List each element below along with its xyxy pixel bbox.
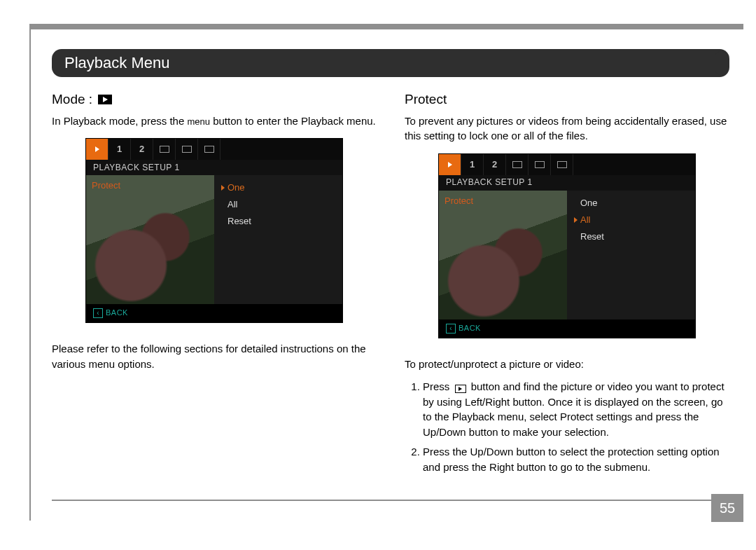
option-label: One	[580, 197, 598, 210]
option-label: All	[227, 198, 237, 212]
screen-body: Protect One All Reset	[439, 191, 695, 319]
screen-footer: ‹ BACK	[439, 319, 695, 338]
screen-left-label: Protect	[444, 195, 473, 206]
option-reset[interactable]: Reset	[221, 213, 335, 230]
screen-footer: ‹ BACK	[86, 304, 342, 322]
option-label: One	[227, 181, 245, 195]
screen-right-pane: One All Reset	[214, 175, 342, 304]
steps-list: Press button and find the picture or vid…	[405, 379, 729, 475]
mode-intro-b: button to enter the Playback menu.	[210, 115, 376, 127]
screen-tabs: 1 2	[86, 139, 342, 160]
tab-icon-c[interactable]	[198, 139, 220, 160]
back-key-icon[interactable]: ‹	[446, 324, 456, 334]
tab-playback-icon[interactable]	[86, 139, 108, 160]
option-one[interactable]: One	[221, 179, 335, 196]
screen-body: Protect One All Reset	[86, 175, 342, 304]
page-frame: Playback Menu Mode : In Playback mode, p…	[29, 24, 743, 521]
mode-heading: Mode :	[52, 90, 92, 109]
option-all[interactable]: All	[221, 196, 335, 213]
screen-left-label: Protect	[92, 180, 120, 191]
playback-icon	[98, 95, 112, 104]
back-label: BACK	[458, 323, 481, 334]
tab-icon-a[interactable]	[153, 139, 176, 160]
mode-note: Please refer to the following sections f…	[52, 341, 377, 372]
tab-playback-icon[interactable]	[439, 154, 461, 175]
option-label: All	[580, 214, 590, 227]
page-number: 55	[711, 494, 743, 522]
mode-intro-a: In Playback mode, press the	[52, 115, 187, 127]
column-protect: Protect To prevent any pictures or video…	[405, 90, 729, 479]
screen-left-pane: Protect	[439, 191, 567, 319]
option-one[interactable]: One	[574, 195, 688, 212]
camera-screen-one: 1 2 PLAYBACK SETUP 1 Protect One All Res…	[85, 138, 343, 323]
screen-right-pane: One All Reset	[567, 191, 695, 319]
back-key-icon[interactable]: ‹	[93, 308, 103, 318]
option-label: Reset	[227, 215, 251, 228]
tab-1[interactable]: 1	[108, 139, 131, 160]
tab-icon-a[interactable]	[506, 154, 528, 175]
tab-1[interactable]: 1	[461, 154, 484, 175]
playback-small-icon	[455, 385, 466, 393]
tab-icon-b[interactable]	[528, 154, 551, 175]
section-title-bar: Playback Menu	[52, 49, 729, 77]
option-reset[interactable]: Reset	[574, 228, 688, 245]
column-mode: Mode : In Playback mode, press the menu …	[52, 90, 377, 479]
mode-intro: In Playback mode, press the menu button …	[52, 114, 377, 129]
tab-2[interactable]: 2	[131, 139, 153, 160]
option-all[interactable]: All	[574, 212, 688, 228]
screen-left-pane: Protect	[86, 175, 214, 304]
menu-word: menu	[187, 116, 210, 127]
two-column-layout: Mode : In Playback mode, press the menu …	[52, 90, 729, 479]
tab-2[interactable]: 2	[484, 154, 506, 175]
tab-icon-c[interactable]	[551, 154, 573, 175]
step-1-b: button and find the picture or video you…	[423, 380, 724, 438]
protect-heading: Protect	[405, 90, 447, 109]
option-label: Reset	[580, 231, 604, 244]
protect-heading-row: Protect	[405, 90, 729, 109]
step-2: Press the Up/Down button to select the p…	[423, 444, 729, 475]
screen-tabs: 1 2	[439, 154, 695, 175]
step-1: Press button and find the picture or vid…	[423, 379, 729, 440]
steps-lead: To protect/unprotect a picture or video:	[405, 357, 729, 372]
selection-arrow-icon	[574, 217, 578, 223]
step-1-a: Press	[423, 380, 453, 392]
mode-heading-row: Mode :	[52, 90, 377, 109]
screen-header: PLAYBACK SETUP 1	[86, 160, 342, 175]
section-title: Playback Menu	[64, 54, 169, 71]
back-label: BACK	[106, 308, 128, 319]
screen-header: PLAYBACK SETUP 1	[439, 175, 695, 191]
protect-intro: To prevent any pictures or videos from b…	[405, 114, 729, 144]
footer-rule	[52, 500, 729, 501]
selection-arrow-icon	[221, 185, 225, 191]
camera-screen-all: 1 2 PLAYBACK SETUP 1 Protect One All Res…	[438, 153, 696, 338]
tab-icon-b[interactable]	[176, 139, 198, 160]
